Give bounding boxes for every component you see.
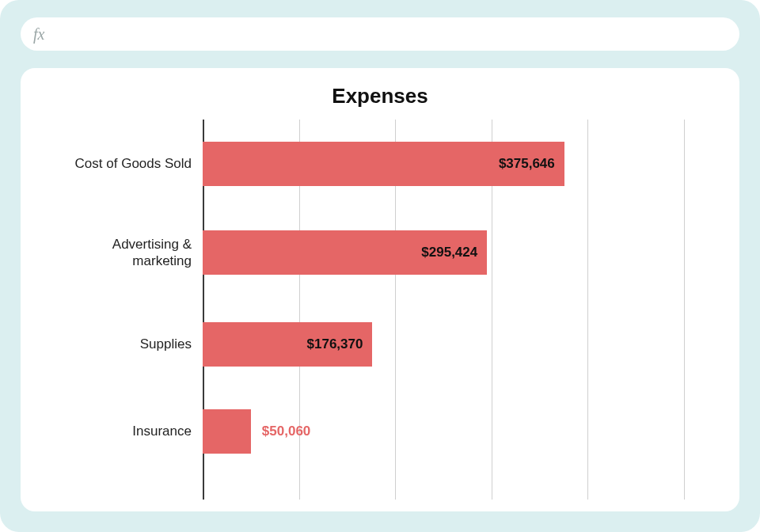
value-label: $176,370 [307,336,363,352]
chart-area: Cost of Goods Sold$375,646Advertising & … [52,120,708,500]
chart-title: Expenses [21,84,739,108]
category-label: Supplies [57,336,192,352]
bar: $375,646 [203,142,564,186]
chart-row: Insurance$50,060 [52,409,708,454]
category-label: Insurance [57,423,192,439]
category-label: Cost of Goods Sold [57,155,192,172]
value-label: $50,060 [262,424,310,439]
chart-row: Advertising & marketing$295,424 [52,230,708,275]
chart-row: Cost of Goods Sold$375,646 [52,142,708,186]
fx-icon: fx [33,25,44,44]
formula-bar[interactable]: fx [21,17,739,51]
bar: $176,370 [203,322,372,367]
bar [203,409,251,454]
chart-card: Expenses Cost of Goods Sold$375,646Adver… [21,68,739,511]
value-label: $295,424 [421,245,477,260]
category-label: Advertising & marketing [57,236,192,270]
chart-row: Supplies$176,370 [52,322,708,367]
bar: $295,424 [203,230,487,275]
value-label: $375,646 [499,156,555,172]
app-frame: fx Expenses Cost of Goods Sold$375,646Ad… [0,0,760,532]
